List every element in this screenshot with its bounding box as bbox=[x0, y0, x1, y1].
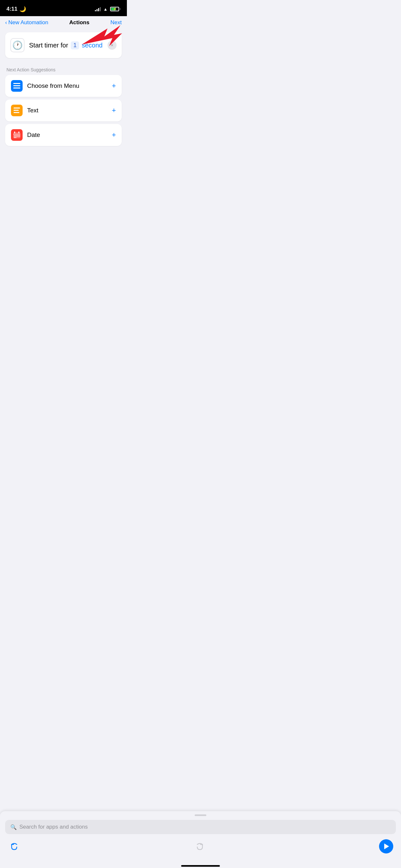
timer-card: 🕐 Start timer for 1 second × bbox=[5, 32, 122, 58]
timer-number[interactable]: 1 bbox=[71, 41, 79, 50]
svg-rect-11 bbox=[19, 131, 19, 133]
status-time: 4:11 🌙 bbox=[6, 6, 26, 12]
chevron-left-icon: ‹ bbox=[5, 20, 7, 26]
svg-point-18 bbox=[14, 137, 15, 138]
time-display: 4:11 bbox=[6, 6, 18, 12]
page-title: Actions bbox=[69, 20, 89, 26]
next-button[interactable]: Next bbox=[111, 20, 122, 26]
moon-icon: 🌙 bbox=[19, 6, 26, 12]
nav-bar: ‹ New Automation Actions Next bbox=[0, 16, 127, 28]
svg-rect-12 bbox=[13, 134, 20, 135]
svg-rect-3 bbox=[13, 85, 20, 86]
back-label: New Automation bbox=[8, 20, 49, 26]
clock-icon: 🕐 bbox=[10, 38, 25, 52]
timer-unit[interactable]: second bbox=[82, 42, 103, 49]
svg-rect-4 bbox=[13, 88, 20, 89]
svg-rect-6 bbox=[13, 110, 19, 111]
suggestion-item-text[interactable]: Text + bbox=[5, 99, 122, 121]
svg-point-16 bbox=[18, 135, 19, 136]
svg-rect-5 bbox=[13, 107, 20, 108]
suggestion-list: Choose from Menu + Text + bbox=[5, 75, 122, 146]
battery-icon: ⚡ bbox=[110, 7, 120, 11]
status-right: ▲ ⚡ bbox=[95, 7, 120, 11]
svg-rect-7 bbox=[13, 112, 19, 113]
timer-content: Start timer for 1 second bbox=[29, 41, 103, 50]
timer-close-button[interactable]: × bbox=[107, 41, 117, 50]
text-icon bbox=[11, 104, 23, 116]
text-add-button[interactable]: + bbox=[112, 106, 116, 115]
svg-rect-10 bbox=[14, 131, 15, 133]
choose-from-menu-label: Choose from Menu bbox=[27, 82, 107, 89]
wifi-icon: ▲ bbox=[103, 7, 107, 11]
suggestion-item-choose-from-menu[interactable]: Choose from Menu + bbox=[5, 75, 122, 97]
status-bar: 4:11 🌙 ▲ ⚡ bbox=[0, 0, 127, 16]
svg-point-17 bbox=[19, 135, 20, 136]
choose-from-menu-icon bbox=[11, 80, 23, 92]
suggestion-item-date[interactable]: Date + bbox=[5, 124, 122, 146]
svg-rect-2 bbox=[13, 83, 20, 84]
date-icon bbox=[11, 129, 23, 141]
svg-point-14 bbox=[16, 135, 17, 136]
svg-point-15 bbox=[17, 135, 18, 136]
signal-icon bbox=[95, 7, 101, 11]
date-label: Date bbox=[27, 131, 107, 138]
svg-point-19 bbox=[16, 137, 17, 138]
section-header: Next Action Suggestions bbox=[0, 62, 127, 75]
choose-from-menu-add-button[interactable]: + bbox=[112, 82, 116, 90]
date-add-button[interactable]: + bbox=[112, 131, 116, 139]
svg-point-13 bbox=[14, 135, 15, 136]
timer-prefix: Start timer for bbox=[29, 42, 68, 49]
back-button[interactable]: ‹ New Automation bbox=[5, 20, 48, 26]
text-label: Text bbox=[27, 107, 107, 114]
